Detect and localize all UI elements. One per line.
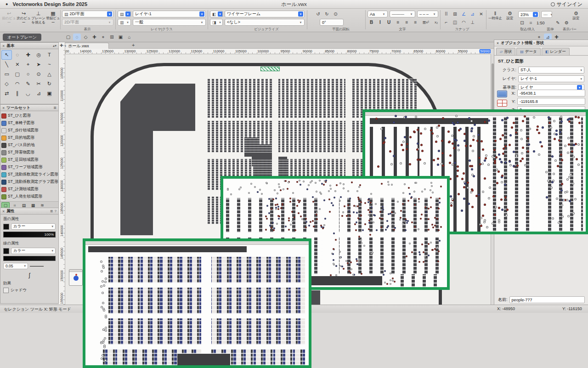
basic-tool[interactable]: ◎ — [34, 50, 44, 60]
close-icon[interactable]: × — [497, 41, 499, 45]
class-select[interactable]: ST-人▾ — [518, 67, 584, 74]
name-field[interactable]: people-777 — [509, 296, 585, 303]
menu-icon[interactable]: ≣ — [53, 106, 57, 110]
render-options-button[interactable]: ◧▾ — [210, 11, 223, 17]
background-render-select[interactable]: <なし>▾ — [225, 19, 305, 26]
snap-icon[interactable]: ⊥ — [469, 19, 476, 26]
view-nav-button[interactable]: ↩ 前のビュー — [2, 11, 16, 24]
plane-rotation-icon[interactable]: ↺ — [314, 11, 322, 17]
snap-icon[interactable]: ◫ — [451, 19, 459, 26]
annotation-icon[interactable]: ⚙ — [563, 19, 571, 26]
toolset-item[interactable]: ST_計測領域図形 — [1, 186, 58, 193]
basic-tool[interactable]: ╲ — [1, 60, 12, 69]
text-script-icon[interactable]: x₂ — [432, 19, 440, 26]
text-script-icon[interactable]: x² — [424, 19, 431, 26]
basic-tool[interactable]: ⌖ — [23, 60, 33, 69]
snap-icon[interactable]: ⊞ — [451, 11, 459, 17]
stage-block-upper[interactable] — [120, 84, 195, 131]
selection-mode-icon[interactable]: ⌂ — [125, 34, 133, 40]
pen-color-bar[interactable] — [3, 256, 56, 261]
layer-options-button[interactable]: ▤▾ — [118, 11, 131, 17]
toolset-item[interactable]: ST_迂回領域図形 — [1, 156, 58, 164]
object-info-tab[interactable]: ▱ 形状 — [496, 48, 515, 55]
scroll-arrows-icon[interactable]: ▴▾ — [53, 44, 57, 48]
view-mode-select[interactable]: ▤ 2D/平面▾ — [62, 11, 113, 17]
close-icon[interactable]: × — [2, 209, 5, 214]
app-menu-name[interactable]: Vectorworks Design Suite 2025 — [12, 1, 87, 7]
y-field[interactable]: -119165.8 — [517, 98, 585, 105]
selection-mode-icon[interactable]: ◇ — [82, 34, 90, 40]
pen-color-swatch[interactable] — [3, 248, 9, 254]
drawing-scale[interactable]: 1:50 — [537, 21, 545, 25]
stage-block-tower[interactable] — [120, 131, 153, 235]
basic-tool[interactable]: △ — [44, 69, 55, 79]
layer-select[interactable]: レイヤ-1▾ — [133, 11, 206, 17]
background-render-options-button[interactable]: ◨▾ — [210, 19, 223, 26]
help-icon[interactable]: ? — [55, 209, 57, 213]
text-align-icon[interactable]: ≡ — [403, 19, 411, 26]
basic-tool[interactable]: ↻ — [44, 79, 55, 89]
basic-tool[interactable]: ⊿ — [34, 89, 44, 98]
fill-color-bar[interactable]: 100% — [3, 232, 56, 238]
object-info-header[interactable]: × オブジェクト情報 - 形状 — [494, 40, 588, 46]
view-nav-button[interactable]: ▦ 登録ビュー — [46, 11, 60, 24]
selection-mode-icon[interactable]: ⊞ — [108, 34, 116, 40]
snap-icon[interactable]: ◠ — [460, 19, 468, 26]
basic-tool[interactable]: ∥ — [12, 89, 23, 98]
text-style-select[interactable]: Aa▾ — [368, 11, 388, 17]
zoom-tool-icon[interactable]: ⊡ — [518, 19, 526, 26]
snap-icon[interactable]: ⊿ — [469, 11, 476, 17]
move-page-icon[interactable]: ✚ — [60, 43, 63, 48]
new-tab-button[interactable]: + — [132, 42, 135, 48]
layer-select[interactable]: レイヤ-1▾ — [518, 75, 584, 82]
apple-menu-icon[interactable]: ● — [6, 2, 8, 6]
text-format-button[interactable]: I — [376, 19, 384, 26]
line-weight-select[interactable]: 0.05▾ — [3, 263, 28, 269]
basic-tool[interactable]: ✂ — [34, 79, 44, 89]
snap-icon[interactable]: ∠ — [460, 11, 468, 17]
settings-button[interactable]: ⚙ 設定 — [503, 11, 517, 21]
basic-tool[interactable]: ✕ — [12, 60, 23, 69]
menu-icon[interactable]: ≣ — [50, 209, 53, 213]
annotation-icon[interactable]: ✎ — [554, 19, 562, 26]
snap-icon[interactable]: ⠿ — [442, 11, 450, 17]
basic-tool[interactable]: T — [44, 50, 55, 60]
toolset-item[interactable]: ST_人発生領域図形 — [1, 193, 58, 200]
view-nav-button[interactable]: ↪ 次のビュー — [17, 11, 31, 24]
selection-mode-icon[interactable]: ▢ — [64, 34, 72, 40]
view-mode-secondary-select[interactable]: 2D/平面▾ — [62, 19, 113, 26]
sign-in-menu[interactable]: サインイン — [551, 1, 582, 8]
snap-icon[interactable]: ✕ — [477, 11, 485, 17]
attributes-palette-header[interactable]: × 属性 ≣ ? — [0, 208, 58, 215]
snap-icon[interactable]: ⌐ — [442, 19, 450, 26]
pen-type-select[interactable]: カラー▾ — [11, 248, 56, 254]
basic-palette-header[interactable]: × 基本 ▴▾ — [0, 43, 58, 49]
rotation-angle-field[interactable]: 0° — [320, 19, 344, 26]
shadow-toggle[interactable] — [3, 288, 9, 293]
close-icon[interactable]: × — [2, 44, 5, 48]
zoom-select[interactable]: 23%▾ — [518, 11, 539, 18]
object-info-tab[interactable]: ▤ データ — [516, 48, 540, 55]
selection-mode-icon[interactable]: ⌖ — [99, 34, 107, 40]
toolset-item[interactable]: ST_ひと図形 — [1, 112, 58, 119]
pause-button[interactable]: ‖ 一時停止 — [488, 11, 503, 21]
origin-icon[interactable] — [497, 100, 507, 107]
close-icon[interactable]: × — [2, 106, 5, 110]
basic-tool[interactable]: ✎ — [23, 79, 33, 89]
toolset-item[interactable]: ST_障害物図形 — [1, 149, 58, 156]
zoom-tool-icon[interactable]: ⌗ — [527, 19, 535, 26]
class-select[interactable]: 一般▾ — [133, 19, 206, 26]
text-format-button[interactable]: U — [385, 19, 393, 26]
toolset-item[interactable]: ST_パス目的地 — [1, 142, 58, 149]
toolset-item[interactable]: ST_車椅子図形 — [1, 119, 58, 127]
basic-tool[interactable]: ◡ — [23, 89, 33, 98]
basic-tool[interactable]: ⊙ — [34, 69, 44, 79]
basic-tool[interactable]: ◠ — [12, 79, 23, 89]
class-options-button[interactable]: ▥▾ — [118, 19, 131, 26]
more-options-select[interactable]: ⋯▾ — [541, 11, 552, 18]
text-format-button[interactable]: B — [368, 19, 375, 26]
basic-tool[interactable]: ▭ — [1, 69, 12, 79]
coordinate-display-icon[interactable] — [497, 91, 507, 97]
basic-tool[interactable]: ➤ — [34, 60, 44, 69]
basic-tool[interactable]: ▢ — [12, 69, 23, 79]
